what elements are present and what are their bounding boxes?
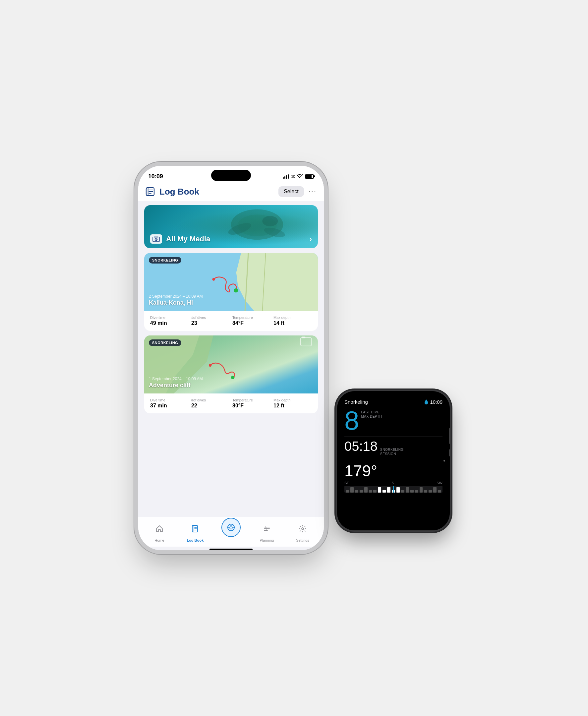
compass-label-sw: SW [437, 481, 442, 485]
watch-crown[interactable] [449, 428, 450, 444]
svg-point-18 [234, 288, 238, 293]
stat-value-depth-1: 14 ft [273, 320, 312, 326]
tab-settings[interactable]: Settings [291, 521, 314, 542]
stat-label-dive-time-1: Dive time [150, 316, 189, 319]
tab-planning[interactable]: Planning [255, 521, 278, 542]
status-time: 10:09 [148, 173, 163, 180]
scene: 10:09 ⌘ [138, 166, 450, 550]
watch-depth-label: LAST DIVE MAX DEPTH [361, 410, 382, 419]
tab-planning-icon-wrap [258, 521, 275, 537]
svg-rect-27 [192, 525, 194, 532]
stat-value-temp-2: 80°F [232, 403, 271, 409]
stat-value-temp-1: 84°F [232, 320, 271, 326]
watch-big-num-row: 8 LAST DIVE MAX DEPTH [344, 407, 442, 434]
media-card-content: All My Media › [144, 230, 318, 248]
log-card-2[interactable]: SNORKELING 1 September 2024 – 10:09 AM A… [144, 335, 318, 413]
map-overlay-2: 1 September 2024 – 10:09 AM Adventure cl… [149, 377, 203, 389]
stat-temp-1: Temperature 84°F [232, 316, 271, 326]
tab-bar: Home Log Book [138, 517, 324, 547]
stat-label-depth-1: Max depth [273, 316, 312, 319]
stat-value-dive-time-2: 37 min [150, 403, 189, 409]
media-card[interactable]: All My Media › [144, 205, 318, 248]
nav-actions: Select ··· [278, 186, 317, 197]
home-icon [155, 525, 163, 533]
media-icon [150, 234, 162, 244]
log-card-map-1: SNORKELING 2 September 2024 – 10:09 AM K… [144, 253, 318, 311]
tab-planning-label: Planning [260, 538, 274, 542]
svg-rect-24 [301, 337, 312, 346]
stat-label-depth-2: Max depth [273, 398, 312, 402]
watch-session-row: 05:18 SNORKELING SESSION [344, 440, 442, 456]
watch-divider-2 [344, 459, 442, 459]
stat-depth-2: Max depth 12 ft [273, 398, 312, 409]
iphone-device: 10:09 ⌘ [138, 166, 324, 550]
chevron-right-icon: › [310, 235, 312, 243]
map-date-1: 2 September 2024 – 10:09 AM [149, 294, 203, 299]
map-location-2: Adventure cliff [149, 382, 203, 389]
log-card-map-2: SNORKELING 1 September 2024 – 10:09 AM A… [144, 335, 318, 394]
log-card-stats-2: Dive time 37 min #of dives 22 Temperatur… [144, 394, 318, 413]
watch-snorkeling-label: SNORKELING [380, 447, 404, 452]
stat-value-dives-2: 22 [191, 403, 230, 409]
battery-icon [305, 174, 314, 179]
watch-time: 10:09 [430, 399, 442, 405]
svg-rect-11 [154, 236, 159, 238]
watch-activity-label: Snorkeling [344, 399, 368, 405]
watch-menu-dots [443, 460, 445, 462]
tab-logbook[interactable]: Log Book [184, 521, 207, 542]
tab-logbook-label: Log Book [187, 538, 204, 542]
watch-compass-section: 179° SE S SW [344, 463, 442, 492]
stat-label-dives-2: #of dives [191, 398, 230, 402]
stat-value-dive-time-1: 49 min [150, 320, 189, 326]
page-title: Log Book [160, 187, 199, 197]
logbook-icon [146, 187, 156, 196]
svg-point-22 [231, 376, 234, 379]
compass-label-se: SE [344, 481, 349, 485]
watch-heading: 179° [344, 462, 377, 480]
stat-label-temp-2: Temperature [232, 398, 271, 402]
tab-home-icon-wrap [151, 521, 168, 537]
home-bar [209, 549, 253, 550]
watch-divider-1 [344, 437, 442, 437]
more-button[interactable]: ··· [309, 187, 317, 196]
watch-header: Snorkeling 10:09 [344, 399, 442, 405]
tab-center[interactable]: · [219, 518, 243, 542]
stat-label-dives-1: #of dives [191, 316, 230, 319]
planning-icon [263, 525, 271, 533]
compass-labels: SE S SW [344, 481, 442, 485]
svg-point-23 [209, 364, 211, 366]
watch-max-depth-num: 8 [344, 407, 359, 434]
stat-value-dives-1: 23 [191, 320, 230, 326]
apple-watch: Snorkeling 10:09 8 LAST DIVE MAX DEPTH [337, 391, 450, 530]
log-card-1[interactable]: SNORKELING 2 September 2024 – 10:09 AM K… [144, 253, 318, 331]
compass-bar [344, 486, 442, 492]
wifi-icon: ⌘ [291, 174, 302, 179]
snorkeling-badge-2: SNORKELING [149, 339, 181, 346]
svg-point-41 [302, 528, 303, 530]
watch-time-group: 10:09 [424, 399, 442, 405]
watch-screen: Snorkeling 10:09 8 LAST DIVE MAX DEPTH [337, 391, 450, 530]
tab-logbook-icon-wrap [187, 521, 204, 537]
stat-dives-1: #of dives 23 [191, 316, 230, 326]
logbook-tab-icon [191, 525, 199, 533]
tab-home[interactable]: Home [148, 521, 171, 542]
stat-label-temp-1: Temperature [232, 316, 271, 319]
watch-side-button[interactable] [449, 449, 450, 457]
settings-icon [299, 525, 307, 533]
watch-last-dive-label: LAST DIVE [361, 410, 382, 414]
stat-label-dive-time-2: Dive time [150, 398, 189, 402]
svg-rect-25 [302, 336, 305, 338]
nav-title-group: Log Book [146, 187, 199, 197]
tab-settings-icon-wrap [294, 521, 311, 537]
stat-dive-time-1: Dive time 49 min [150, 316, 189, 326]
tab-center-icon-wrap [222, 518, 240, 537]
svg-marker-15 [236, 253, 318, 311]
watch-session-label-2: SESSION [380, 452, 404, 456]
compass-pointer [393, 486, 394, 492]
compass-bar-wrap: SE S SW [344, 481, 442, 492]
svg-point-7 [262, 216, 278, 226]
map-location-1: Kailua-Kona, HI [149, 299, 203, 306]
select-button[interactable]: Select [278, 186, 303, 197]
tab-settings-label: Settings [296, 538, 309, 542]
stat-depth-1: Max depth 14 ft [273, 316, 312, 326]
